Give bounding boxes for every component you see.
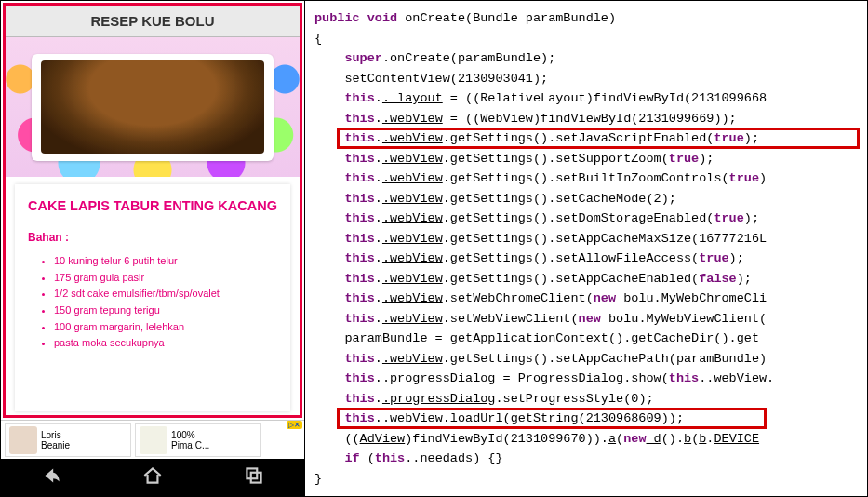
- recipe-title: CAKE LAPIS TABUR ENTING KACANG: [28, 197, 277, 214]
- code-panel: public void onCreate(Bundle paramBundle)…: [305, 0, 868, 497]
- ad-bar: Loris Beanie 100% Pima C... ▷✕: [1, 420, 304, 459]
- recent-apps-icon[interactable]: [242, 463, 266, 491]
- ad-line: Loris: [41, 430, 70, 440]
- ingredients-label: Bahan :: [28, 231, 277, 244]
- ad-thumbnail: [140, 426, 167, 454]
- balloons-banner: [6, 37, 300, 177]
- android-navbar: [1, 459, 304, 496]
- ingredient-item: 100 gram margarin, lelehkan: [54, 319, 277, 336]
- app-header: RESEP KUE BOLU: [6, 6, 300, 37]
- ingredient-item: 175 gram gula pasir: [54, 270, 277, 287]
- ad-line: Beanie: [41, 440, 70, 450]
- ad-item[interactable]: Loris Beanie: [5, 423, 131, 457]
- home-icon[interactable]: [140, 463, 165, 491]
- recipe-card: CAKE LAPIS TABUR ENTING KACANG Bahan : 1…: [15, 184, 290, 411]
- ingredient-item: 1/2 sdt cake emulsifier/tbm/sp/ovalet: [54, 286, 277, 302]
- ad-thumbnail: [9, 426, 37, 454]
- back-icon[interactable]: [39, 463, 63, 491]
- ad-line: 100%: [171, 430, 209, 440]
- ad-line: Pima C...: [171, 440, 209, 450]
- ingredient-item: 10 kuning telur 6 putih telur: [54, 253, 277, 270]
- code-block: public void onCreate(Bundle paramBundle)…: [314, 8, 863, 489]
- phone-app-area: RESEP KUE BOLU CAKE LAPIS TABUR ENTING K…: [3, 3, 302, 418]
- ingredients-list: 10 kuning telur 6 putih telur 175 gram g…: [28, 253, 277, 352]
- adchoices-badge[interactable]: ▷✕: [287, 421, 302, 429]
- cake-card: [32, 54, 274, 161]
- cake-image: [41, 60, 264, 154]
- ad-item[interactable]: 100% Pima C...: [135, 423, 261, 457]
- ingredient-item: pasta moka secukupnya: [54, 335, 277, 352]
- phone-screenshot: RESEP KUE BOLU CAKE LAPIS TABUR ENTING K…: [0, 0, 305, 497]
- ingredient-item: 150 gram tepung terigu: [54, 302, 277, 319]
